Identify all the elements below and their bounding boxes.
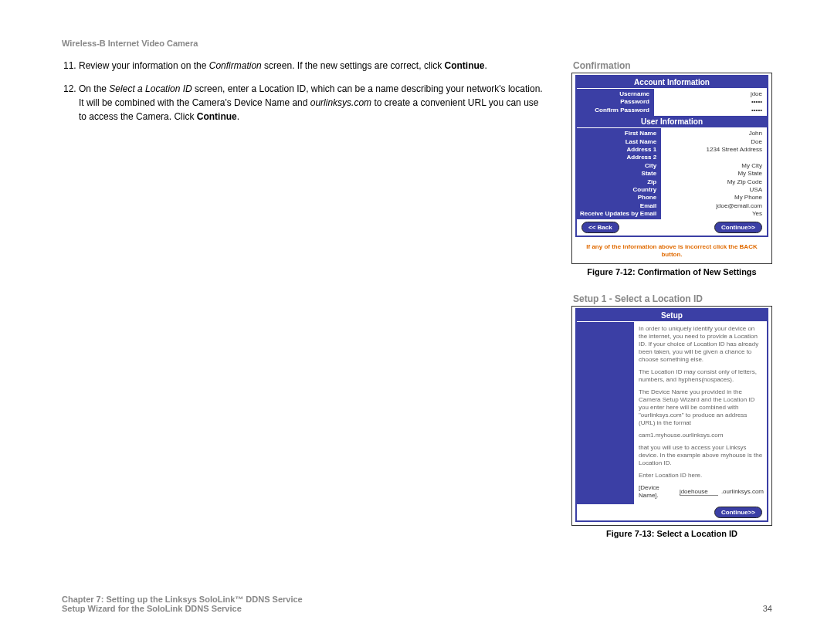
setup-p2: The Location ID may consist only of lett…	[639, 368, 764, 384]
value-address2	[664, 154, 762, 161]
setup-p6: Enter Location ID here.	[639, 472, 764, 480]
fig2-setup-bar: Setup	[577, 310, 767, 322]
domain-suffix: .ourlinksys.com	[721, 488, 764, 496]
label-username: Username	[580, 90, 649, 98]
fig1-warning: If any of the information above is incor…	[572, 240, 771, 263]
label-zip: Zip	[580, 178, 656, 186]
label-city: City	[580, 162, 656, 170]
fig1-caption: Figure 7-12: Confirmation of New Setting…	[571, 267, 772, 276]
page-number: 34	[763, 604, 772, 613]
setup-left-strip	[577, 322, 634, 504]
label-updates: Receive Updates by Email	[580, 210, 656, 218]
setup-p4: cam1.myhouse.ourlinksys.com	[639, 432, 764, 439]
footer-subtitle: Setup Wizard for the SoloLink DDNS Servi…	[62, 604, 303, 613]
label-state: State	[580, 170, 656, 178]
step11-italic-confirmation: Confirmation	[209, 60, 262, 71]
label-country: Country	[580, 186, 656, 194]
value-city: My City	[664, 162, 762, 170]
step11-text-post: .	[485, 60, 487, 71]
setup-p5: that you will use to access your Linksys…	[639, 444, 764, 467]
label-confirm-password: Confirm Password	[580, 107, 649, 114]
value-zip: My Zip Code	[664, 178, 762, 186]
continue-button-2[interactable]: Continue>>	[714, 507, 762, 518]
step-11: Review your information on the Confirmat…	[79, 59, 548, 73]
device-name-label: [Device Name].	[639, 484, 676, 500]
step12-text-post: .	[237, 111, 239, 122]
value-address1: 1234 Street Address	[664, 146, 762, 154]
value-phone: My Phone	[664, 194, 762, 202]
step11-bold-continue: Continue	[445, 60, 485, 71]
label-address1: Address 1	[580, 146, 656, 154]
fig2-panel-title: Setup 1 - Select a Location ID	[571, 292, 772, 306]
instruction-column: Review your information on the Confirmat…	[62, 59, 548, 554]
label-password: Password	[580, 98, 649, 106]
fig1-account-bar: Account Information	[577, 76, 767, 89]
value-password: •••••	[657, 98, 762, 106]
footer-chapter: Chapter 7: Setting up the Linksys SoloLi…	[62, 595, 303, 604]
fig2-panel: Setup In order to uniquely identify your…	[571, 306, 772, 526]
step11-text-pre: Review your information on the	[79, 60, 209, 71]
label-address2: Address 2	[580, 154, 656, 161]
label-email: Email	[580, 202, 656, 210]
location-id-input[interactable]	[680, 488, 718, 496]
setup-p3: The Device Name you provided in the Came…	[639, 388, 764, 427]
value-username: jdoe	[657, 90, 762, 98]
value-country: USA	[664, 186, 762, 194]
value-email: jdoe@email.com	[664, 202, 762, 210]
step12-text-pre: On the	[79, 83, 109, 94]
value-first-name: John	[664, 130, 762, 137]
step12-italic-select: Select a Location ID	[109, 83, 192, 94]
setup-p1: In order to uniquely identify your devic…	[639, 325, 764, 364]
value-state: My State	[664, 170, 762, 178]
value-confirm-password: •••••	[657, 107, 762, 114]
fig1-panel: Account Information Username Password Co…	[571, 73, 772, 264]
label-first-name: First Name	[580, 130, 656, 137]
value-last-name: Doe	[664, 138, 762, 146]
fig1-user-bar: User Information	[577, 116, 767, 128]
fig2-caption: Figure 7-13: Select a Location ID	[571, 529, 772, 538]
label-phone: Phone	[580, 194, 656, 202]
fig1-panel-title: Confirmation	[571, 59, 772, 73]
step12-bold-continue: Continue	[197, 111, 237, 122]
label-last-name: Last Name	[580, 138, 656, 146]
step12-italic-ourlinksys: ourlinksys.com	[310, 97, 371, 108]
product-header: Wireless-B Internet Video Camera	[62, 39, 772, 48]
continue-button[interactable]: Continue>>	[714, 222, 762, 233]
step-12: On the Select a Location ID screen, ente…	[79, 82, 548, 124]
step11-text-mid: screen. If the new settings are correct,…	[262, 60, 445, 71]
value-updates: Yes	[664, 210, 762, 218]
back-button[interactable]: << Back	[581, 222, 619, 233]
